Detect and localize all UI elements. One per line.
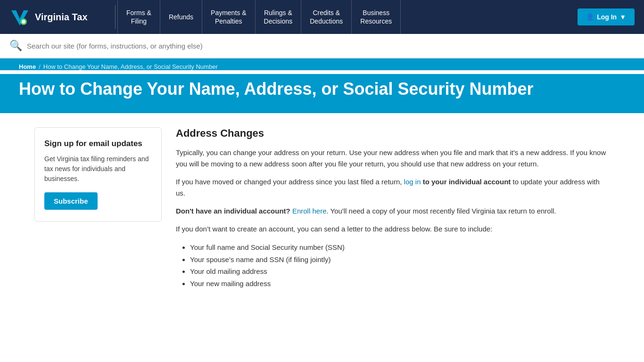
login-button[interactable]: 👤 Log In ▼ xyxy=(578,8,635,25)
address-changes-heading: Address Changes xyxy=(176,127,610,140)
list-item: Your spouse’s name and SSN (if filing jo… xyxy=(190,254,610,266)
article-para3: Don't have an individual account? Enroll… xyxy=(176,206,610,217)
nav-divider xyxy=(115,5,116,29)
search-bar: 🔍 xyxy=(0,34,644,58)
list-item: Your new mailing address xyxy=(190,278,610,290)
breadcrumb-separator: / xyxy=(39,63,41,70)
breadcrumb: Home / How to Change Your Name, Address,… xyxy=(19,63,625,70)
nav-item-forms-filing[interactable]: Forms &Filing xyxy=(117,0,160,34)
article-para2: If you have moved or changed your addres… xyxy=(176,176,610,199)
article-para4: If you don’t want to create an account, … xyxy=(176,223,610,235)
svg-point-2 xyxy=(22,20,25,24)
article: Address Changes Typically, you can chang… xyxy=(176,127,610,296)
main-content: Sign up for email updates Get Virginia t… xyxy=(16,113,628,310)
requirements-list: Your full name and Social Security numbe… xyxy=(190,241,610,289)
page-title: How to Change Your Name, Address, or Soc… xyxy=(19,79,625,99)
chevron-down-icon: ▼ xyxy=(619,13,626,21)
email-signup-text: Get Virginia tax filing reminders and ta… xyxy=(44,154,152,184)
nav-item-credits[interactable]: Credits &Deductions xyxy=(301,0,352,34)
sidebar: Sign up for email updates Get Virginia t… xyxy=(34,127,162,296)
nav-item-business[interactable]: BusinessResources xyxy=(352,0,401,34)
page-title-area: How to Change Your Name, Address, or Soc… xyxy=(0,74,644,113)
nav-item-rulings[interactable]: Rulings &Decisions xyxy=(256,0,302,34)
nav-item-refunds[interactable]: Refunds xyxy=(160,0,202,34)
breadcrumb-area: Home / How to Change Your Name, Address,… xyxy=(0,58,644,70)
navigation: Virginia Tax Forms &Filing Refunds Payme… xyxy=(0,0,644,34)
email-signup-title: Sign up for email updates xyxy=(44,139,152,148)
subscribe-button[interactable]: Subscribe xyxy=(44,192,98,210)
login-icon: 👤 xyxy=(586,13,594,21)
login-link[interactable]: log in xyxy=(404,178,421,186)
breadcrumb-current: How to Change Your Name, Address, or Soc… xyxy=(43,63,218,70)
nav-links: Forms &Filing Refunds Payments &Penaltie… xyxy=(117,0,578,34)
no-account-bold: Don't have an individual account? xyxy=(176,207,292,215)
individual-account-bold: to your individual account xyxy=(423,178,511,186)
search-input[interactable] xyxy=(27,42,635,50)
breadcrumb-home[interactable]: Home xyxy=(19,63,36,70)
site-name: Virginia Tax xyxy=(35,12,88,23)
nav-item-payments[interactable]: Payments &Penalties xyxy=(202,0,255,34)
article-para1: Typically, you can change your address o… xyxy=(176,147,610,170)
search-icon: 🔍 xyxy=(9,40,22,52)
enroll-link[interactable]: Enroll here xyxy=(292,207,327,215)
list-item: Your old mailing address xyxy=(190,265,610,278)
site-logo[interactable]: Virginia Tax xyxy=(9,7,104,27)
email-signup-box: Sign up for email updates Get Virginia t… xyxy=(34,127,162,222)
list-item: Your full name and Social Security numbe… xyxy=(190,241,610,254)
